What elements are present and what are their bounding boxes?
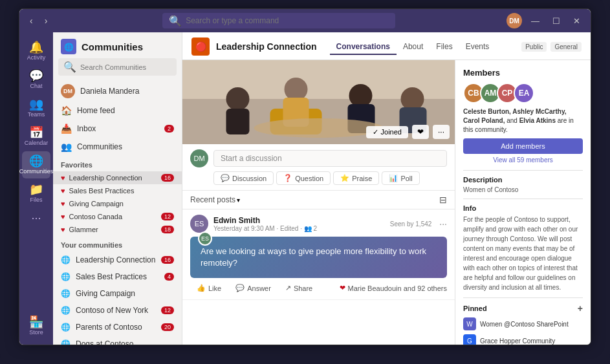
- activity-label: Activity: [27, 54, 46, 61]
- question-label: Question: [295, 175, 323, 182]
- sidebar-nav-communities[interactable]: 👥 Communities: [53, 138, 182, 156]
- sidebar-nav-inbox[interactable]: 📥 Inbox 2: [53, 120, 182, 138]
- composer-input[interactable]: Start a discussion: [213, 150, 447, 167]
- post-menu-icon[interactable]: ···: [439, 219, 447, 229]
- community-dogs[interactable]: 🌐 Dogs at Contoso: [53, 336, 182, 345]
- channel-tabs: Conversations About Files Events: [330, 39, 496, 54]
- like-action-icon: 👍: [197, 284, 206, 292]
- recent-posts-label: Recent posts: [190, 195, 235, 204]
- community-icon-parents: 🌐: [61, 323, 71, 332]
- description-title: Description: [463, 176, 583, 184]
- pinned-item-1[interactable]: W Women @Contoso SharePoint: [463, 317, 583, 330]
- calendar-icon: 📅: [29, 127, 43, 138]
- community-sales[interactable]: 🌐 Sales Best Practices 4: [53, 268, 182, 285]
- share-action-icon: ↗: [285, 284, 291, 292]
- community-leadership[interactable]: 🌐 Leadership Connection 16: [53, 252, 182, 268]
- fav-item-sales[interactable]: ♥ Sales Best Practices: [53, 184, 182, 197]
- sidebar-item-activity[interactable]: 🔔 Activity: [22, 37, 50, 65]
- fav-label-glammer: Glammer: [69, 226, 98, 233]
- compose-question-btn[interactable]: ❓ Question: [276, 171, 331, 185]
- member-avatar-ea: EA: [514, 83, 534, 103]
- heart-icon-sales: ♥: [61, 187, 65, 195]
- joined-button[interactable]: ✓ Joined: [366, 126, 408, 138]
- title-bar-search-input[interactable]: [186, 16, 389, 25]
- description-text: Women of Contoso: [463, 186, 583, 193]
- fav-item-leadership[interactable]: ♥ Leadership Connection 16: [53, 171, 182, 184]
- communities-label: Communities: [19, 168, 53, 175]
- posts-chevron-icon[interactable]: ▾: [237, 197, 240, 204]
- share-action-btn[interactable]: ↗ Share: [279, 282, 319, 294]
- post-meta: Edwin Smith Yesterday at 9:30 AM · Edite…: [213, 216, 317, 232]
- composer-avatar: DM: [190, 149, 208, 167]
- tab-events[interactable]: Events: [459, 39, 496, 55]
- divider-2: [463, 198, 583, 199]
- feed: ✓ Joined ❤ ··· DM Start a discu: [182, 60, 455, 345]
- sidebar-search-input[interactable]: [80, 63, 171, 71]
- info-text: For the people of Contoso to support, am…: [463, 215, 583, 292]
- app-body: 🔔 Activity 💬 Chat 👥 Teams 📅 Calendar 🌐: [19, 32, 591, 345]
- community-parents[interactable]: 🌐 Parents of Contoso 20: [53, 319, 182, 336]
- forward-button[interactable]: ›: [41, 14, 52, 27]
- community-new-york[interactable]: 🌐 Contoso of New York 12: [53, 302, 182, 319]
- sidebar-item-teams[interactable]: 👥 Teams: [22, 94, 50, 122]
- tab-files[interactable]: Files: [430, 39, 459, 55]
- add-members-button[interactable]: Add members: [463, 138, 583, 154]
- compose-discussion-btn[interactable]: 💬 Discussion: [213, 171, 274, 185]
- sidebar-item-more[interactable]: ···: [22, 208, 50, 228]
- fav-label-sales: Sales Best Practices: [69, 187, 135, 195]
- members-names: Celeste Burton, Ashley McCarthy, Carol P…: [463, 107, 583, 134]
- pinned-label-2: Grace Hopper Community: [480, 337, 555, 345]
- fav-item-glammer[interactable]: ♥ Glammer 18: [53, 223, 182, 236]
- title-bar-search[interactable]: 🔍: [162, 13, 395, 28]
- sidebar-item-chat[interactable]: 💬 Chat: [22, 66, 50, 93]
- fav-item-contoso-canada[interactable]: ♥ Contoso Canada 12: [53, 210, 182, 223]
- compose-praise-btn[interactable]: ⭐ Praise: [333, 171, 379, 185]
- teams-label: Teams: [28, 111, 45, 118]
- community-label-dogs: Dogs at Contoso: [76, 339, 133, 345]
- compose-types: 💬 Discussion ❓ Question ⭐ Praise: [190, 171, 447, 185]
- sidebar-item-communities[interactable]: 🌐 Communities: [22, 151, 50, 178]
- more-options-button[interactable]: ···: [433, 125, 450, 139]
- sidebar: 🌐 Communities 🔍 DM Daniela Mandera 🏠 Hom…: [53, 32, 182, 345]
- sidebar-item-store[interactable]: 🏪 Store: [22, 312, 50, 339]
- sidebar-search[interactable]: 🔍: [58, 58, 177, 76]
- sidebar-item-files[interactable]: 📁 Files: [22, 180, 50, 207]
- sidebar-search-icon: 🔍: [63, 61, 76, 73]
- answer-action-btn[interactable]: 💬 Answer: [229, 282, 278, 294]
- heart-icon-canada: ♥: [61, 213, 65, 220]
- discussion-icon: 💬: [221, 174, 230, 182]
- tab-about[interactable]: About: [397, 39, 430, 55]
- info-title: Info: [463, 204, 583, 212]
- members-avatars: CB AM CP EA: [463, 83, 583, 103]
- tab-conversations[interactable]: Conversations: [330, 39, 397, 55]
- community-giving[interactable]: 🌐 Giving Campaign: [53, 285, 182, 302]
- compose-poll-btn[interactable]: 📊 Poll: [382, 171, 419, 185]
- post-header: ES Edwin Smith Yesterday at 9:30 AM · Ed…: [190, 215, 447, 233]
- minimize-button[interactable]: —: [527, 15, 543, 27]
- heart-icon: ❤: [340, 284, 345, 292]
- like-action-btn[interactable]: 👍 Like: [190, 282, 228, 294]
- joined-label: Joined: [381, 128, 402, 136]
- public-badge[interactable]: Public: [521, 42, 547, 52]
- post-likes-text: Marie Beaudouin and 92 others: [348, 284, 448, 292]
- sidebar-user-item[interactable]: DM Daniela Mandera: [53, 81, 182, 102]
- community-icon-ny: 🌐: [61, 306, 71, 315]
- sidebar-item-calendar[interactable]: 📅 Calendar: [22, 123, 50, 150]
- sidebar-nav-home[interactable]: 🏠 Home feed: [53, 102, 182, 120]
- posts-filter-icon[interactable]: ⊟: [439, 195, 447, 205]
- general-badge[interactable]: General: [550, 42, 582, 52]
- answer-action-label: Answer: [247, 284, 271, 292]
- teams-icon: 👥: [29, 98, 43, 110]
- community-badge-sales: 4: [164, 273, 174, 281]
- view-all-link[interactable]: View all 59 members: [463, 156, 583, 164]
- fav-item-giving[interactable]: ♥ Giving Campaign: [53, 197, 182, 210]
- pinned-section: Pinned + W Women @Contoso SharePoint G G…: [463, 303, 583, 345]
- close-button[interactable]: ✕: [569, 15, 584, 27]
- back-button[interactable]: ‹: [26, 14, 37, 27]
- community-badge-parents: 20: [161, 323, 174, 331]
- user-avatar: DM: [507, 13, 522, 28]
- pinned-add-icon[interactable]: +: [578, 303, 583, 314]
- pinned-item-2[interactable]: G Grace Hopper Community: [463, 334, 583, 345]
- maximize-button[interactable]: ☐: [549, 15, 564, 27]
- like-button[interactable]: ❤: [412, 125, 429, 139]
